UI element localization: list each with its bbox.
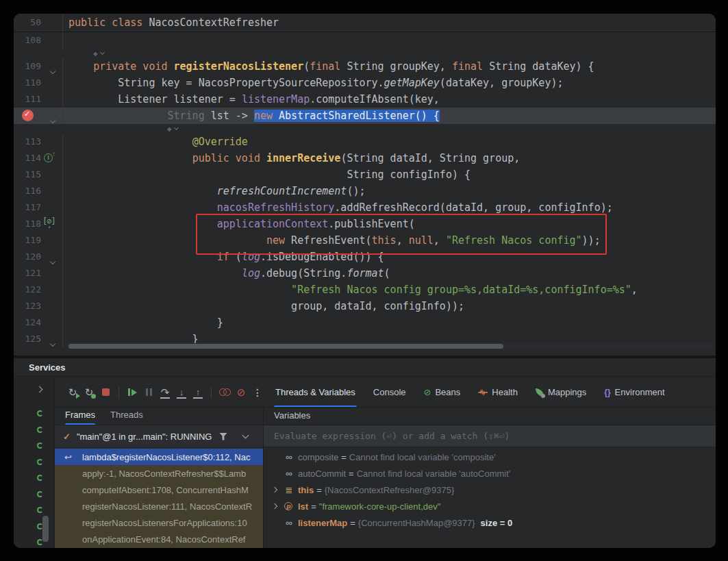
service-running-icon[interactable] — [37, 442, 43, 449]
tab-environment[interactable]: {}Environment — [604, 377, 664, 407]
view-breakpoints-button[interactable] — [217, 385, 232, 400]
tab-frames[interactable]: Frames — [65, 408, 95, 425]
ai-inlay-icon[interactable] — [93, 49, 98, 58]
chevron-down-icon[interactable] — [100, 50, 105, 55]
toolbar-divider — [118, 386, 119, 399]
variable-row[interactable]: autoCommit = Cannot find local variable … — [264, 465, 716, 482]
line-number[interactable]: 119 — [14, 232, 41, 249]
line-number[interactable]: 116 — [14, 183, 41, 199]
debug-panes: FramesThreads ✓ "main"@1 in gr...main": … — [55, 408, 716, 548]
step-over-button[interactable]: ↷ — [158, 385, 173, 400]
expand-chevron-icon[interactable] — [272, 503, 277, 509]
filter-funnel-icon[interactable] — [219, 433, 227, 440]
tab-threads[interactable]: Threads — [110, 408, 143, 425]
step-out-button[interactable]: ↑ — [190, 385, 205, 400]
line-number[interactable]: 111 — [14, 91, 41, 108]
tab-health[interactable]: Health — [478, 377, 518, 407]
frames-pane: FramesThreads ✓ "main"@1 in gr...main": … — [55, 408, 264, 548]
code-segment: log — [242, 251, 260, 263]
equals-sign: = — [311, 501, 316, 512]
service-running-icon[interactable] — [37, 410, 43, 416]
watch-icon — [284, 469, 294, 478]
expand-chevron-icon[interactable] — [272, 487, 277, 493]
line-number[interactable]: 113 — [14, 134, 41, 150]
line-number[interactable]: 123 — [14, 298, 41, 314]
code-segment: public class — [68, 16, 149, 29]
variable-row[interactable]: this = {NacosContextRefresher@9375} — [264, 482, 716, 498]
tab-console[interactable]: Console — [373, 377, 406, 407]
no-suspend-marker-icon[interactable] — [42, 216, 55, 226]
horizontal-scrollbar-track[interactable] — [66, 343, 713, 349]
service-running-icon[interactable] — [37, 459, 43, 465]
frame-row[interactable]: registerNacosListenersForApplications:10 — [55, 514, 263, 531]
frame-row[interactable]: onApplicationEvent:84, NacosContextRef — [55, 531, 263, 547]
code-text: applicationContext.publishEvent( — [63, 216, 415, 232]
thread-selector[interactable]: ✓ "main"@1 in gr...main": RUNNING — [55, 425, 263, 447]
fold-chevron-icon[interactable] — [51, 336, 55, 349]
line-number[interactable]: 120 — [14, 249, 41, 265]
line-number[interactable]: 110 — [14, 75, 41, 91]
gutter: 108 — [14, 32, 63, 49]
variable-value: Cannot find local variable 'composite' — [349, 452, 496, 462]
frame-row[interactable]: registerNacosListener:111, NacosContextR — [55, 498, 263, 514]
code-segment: format — [347, 267, 384, 279]
line-number[interactable]: 124 — [14, 314, 41, 331]
ai-inlay-icon[interactable] — [167, 125, 172, 134]
tab-beans[interactable]: ⊘Beans — [424, 377, 461, 407]
rerun-debug-button[interactable]: ↻ — [81, 385, 97, 400]
code-text: String configInfo) { — [63, 166, 470, 183]
code-text: String key = NacosPropertySourceReposito… — [63, 75, 563, 91]
service-running-icon[interactable] — [37, 475, 43, 481]
tab-label: Threads & Variables — [275, 387, 355, 397]
code-segment: .isDebugEnabled()) { — [260, 251, 384, 263]
more-actions-button[interactable]: ⋮ — [250, 385, 265, 400]
services-scrollbar-thumb[interactable] — [42, 516, 49, 542]
frame-label: computeIfAbsent:1708, ConcurrentHashM — [82, 485, 249, 495]
line-number[interactable]: 50 — [14, 14, 41, 32]
variable-row[interactable]: listenerMap = {ConcurrentHashMap@9377}si… — [264, 514, 716, 531]
mute-breakpoints-button[interactable]: ⊘ — [234, 385, 249, 400]
line-number[interactable]: 122 — [14, 282, 41, 298]
gutter: 120 — [14, 249, 63, 265]
service-running-icon[interactable] — [37, 427, 43, 433]
line-number[interactable]: 109 — [14, 58, 41, 75]
debugger-area: ↻↻↷↓↑⊘⋮ Threads & VariablesConsole⊘Beans… — [55, 377, 716, 548]
line-number[interactable]: 118 — [14, 216, 41, 232]
code-line: 121 log.debug(String.format( — [14, 265, 716, 282]
variable-row[interactable]: lst = "framework-core-up-client,dev" — [264, 498, 716, 514]
tab-mappings[interactable]: Mappings — [536, 377, 586, 407]
service-running-icon[interactable] — [37, 507, 43, 513]
line-number[interactable]: 121 — [14, 265, 41, 282]
line-number[interactable]: 125 — [14, 331, 41, 347]
evaluate-expression-input[interactable]: Evaluate expression (⏎) or add a watch (… — [264, 425, 716, 447]
tab-threads-variables[interactable]: Threads & Variables — [275, 377, 355, 407]
breakpoint-icon[interactable] — [22, 110, 34, 121]
variable-row[interactable]: composite = Cannot find local variable '… — [264, 449, 716, 465]
line-number[interactable]: 114 — [14, 150, 41, 166]
code-lines: 108109 private void registerNacosListene… — [14, 32, 716, 347]
sticky-header-line[interactable]: 50 public class NacosContextRefresher — [14, 14, 716, 32]
stop-button[interactable] — [98, 385, 113, 400]
service-running-icon[interactable] — [37, 491, 43, 497]
frame-row[interactable]: computeIfAbsent:1708, ConcurrentHashM — [55, 482, 263, 498]
code-segment — [68, 267, 242, 279]
code-editor: 50 public class NacosContextRefresher 10… — [14, 14, 716, 356]
frame-label: apply:-1, NacosContextRefresher$$Lamb — [82, 469, 246, 479]
horizontal-scrollbar-thumb[interactable] — [68, 344, 503, 349]
rerun-button[interactable]: ↻ — [65, 385, 80, 400]
line-number[interactable]: 108 — [14, 32, 41, 49]
chevron-down-icon[interactable] — [242, 432, 249, 439]
line-number[interactable]: 117 — [14, 199, 41, 216]
frame-row[interactable]: lambda$registerNacosListener$0:112, Nac — [55, 449, 263, 465]
expand-services-icon[interactable] — [36, 386, 43, 393]
override-marker-icon[interactable] — [44, 153, 53, 162]
step-into-button[interactable]: ↓ — [174, 385, 189, 400]
line-number[interactable]: 115 — [14, 166, 41, 183]
pause-button[interactable] — [141, 385, 156, 400]
code-segment: String groupKey, — [347, 60, 452, 73]
resume-button[interactable] — [125, 385, 140, 400]
gutter: 114 — [14, 150, 63, 166]
frame-row[interactable]: apply:-1, NacosContextRefresher$$Lamb — [55, 465, 263, 482]
code-segment: new — [266, 234, 291, 247]
chevron-down-icon[interactable] — [174, 125, 179, 130]
